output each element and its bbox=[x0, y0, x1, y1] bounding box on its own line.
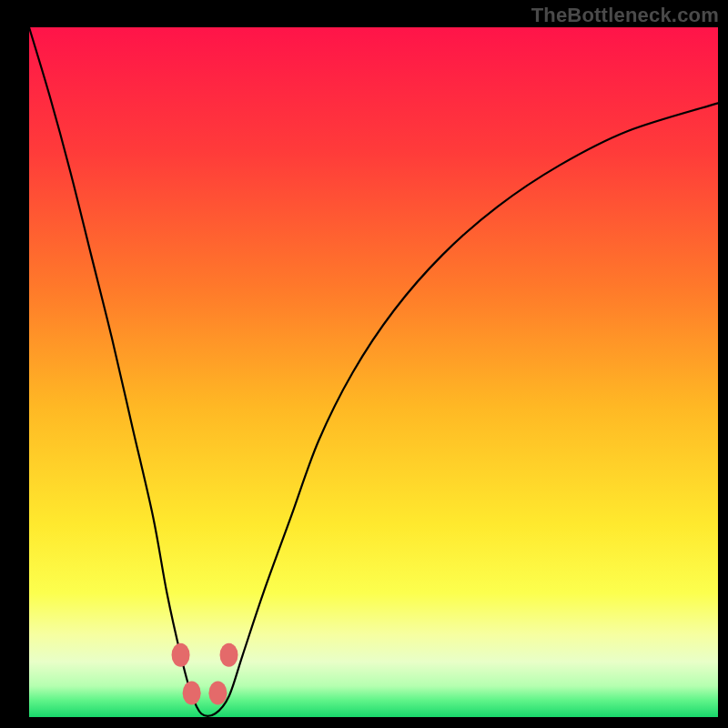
optimal-marker bbox=[208, 681, 227, 704]
optimal-marker bbox=[172, 643, 190, 667]
optimal-marker bbox=[220, 643, 238, 667]
chart-canvas: TheBottleneck.com bbox=[0, 0, 728, 728]
optimal-marker bbox=[183, 681, 201, 704]
bottleneck-chart bbox=[0, 0, 728, 728]
chart-background bbox=[29, 27, 718, 717]
attribution-text: TheBottleneck.com bbox=[531, 4, 719, 27]
